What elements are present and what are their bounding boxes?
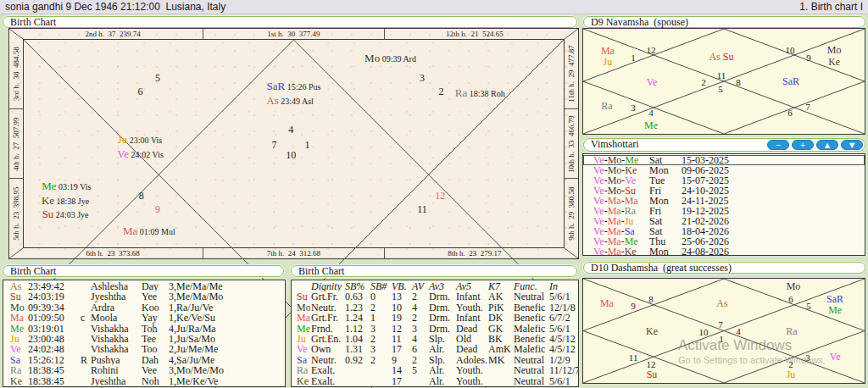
value-cell: Benefic xyxy=(513,334,548,344)
main-chart-panel[interactable]: 2nd h. 37 239.741st h. 30 377.4912th h. … xyxy=(8,28,579,259)
value-cell: Grt.Fr. xyxy=(310,313,344,323)
house-cusp-label-text: 11th h. 29 477.87 xyxy=(567,45,576,102)
syllable-cell: Yee xyxy=(141,291,168,302)
value-cell: Benefic xyxy=(513,302,548,313)
value-cell: Neutral xyxy=(513,291,548,302)
nakshatra-cell: Ardra xyxy=(90,302,141,313)
sign-number: 1 xyxy=(631,53,636,63)
planet-degree-nakshatra: 23:49 Asl xyxy=(279,97,314,106)
value-cell: 4/5/12 xyxy=(548,334,578,344)
frame-corner-line xyxy=(9,248,23,258)
sign-number: 8 xyxy=(736,77,741,87)
value-cell: Grt.Fr. xyxy=(310,291,344,302)
dasha-row[interactable]: Ve-Ma-KeMon24-08-2026 xyxy=(583,247,865,257)
column-header xyxy=(292,281,310,291)
frame-corner-line xyxy=(565,29,578,39)
d9-navamsha-chart[interactable]: 111212345678910MaJuAs SuMoKeVeSaRRaMe xyxy=(582,28,865,135)
dasha-lords: Ve-Ma-Ke xyxy=(593,247,649,257)
planet-cell: Mo xyxy=(3,302,27,313)
longitude-cell: 23:49:42 xyxy=(27,281,80,291)
planet-cell: Me xyxy=(292,324,310,334)
activate-windows-watermark: Activate Windows xyxy=(678,337,792,354)
house-cusp-label-text: 9th h. 29 380.58 xyxy=(567,187,576,241)
house-cusp-label: 5th h. 23 398.95 xyxy=(9,178,23,248)
value-cell: 2 xyxy=(411,355,428,365)
column-header: K7 xyxy=(487,281,513,291)
sign-number: 11 xyxy=(629,352,638,363)
planet-cell: Ma xyxy=(3,313,27,323)
planet-abbr: Ve xyxy=(117,147,129,160)
table-row: MaGrt.Fr.1.241192Drm.InfantDKBenefic6/7/… xyxy=(292,313,578,323)
planet-abbr: Su xyxy=(721,51,734,63)
value-cell: Malefic xyxy=(513,344,548,354)
planet-label: Ra xyxy=(786,323,797,338)
longitude-cell: 01:09:50 xyxy=(27,313,80,323)
table-row: Sa15:26:12RPushyaDah4,Sa/Ju/Me xyxy=(3,355,285,365)
motion-flag-cell xyxy=(80,291,90,302)
lords-cell: 1,Ra/Ju/Ve xyxy=(168,302,285,313)
sign-number: 8 xyxy=(139,189,144,202)
planet-label: Ve 24:02 Vis xyxy=(117,146,164,161)
title-bar: sonia gandhi 9 Dec 1946 21:12:00 Lusiana… xyxy=(0,0,868,14)
column-header: SB% xyxy=(344,281,370,291)
longitude-cell: 18:38:45 xyxy=(27,376,80,386)
planet-label: Me xyxy=(828,302,842,317)
vimshottari-toolbar: − + ▲ ▼ xyxy=(767,140,863,150)
sign-number: 4 xyxy=(736,326,741,336)
motion-flag-cell xyxy=(80,344,90,354)
value-cell: 1.12 xyxy=(344,324,370,334)
zoom-in-button[interactable]: + xyxy=(792,140,814,150)
syllable-cell: Tee xyxy=(141,334,168,344)
value-cell: Neutr. xyxy=(310,302,344,313)
value-cell: PiK xyxy=(487,302,513,313)
planet-label: Ve xyxy=(647,74,658,89)
motion-flag-cell: c xyxy=(80,313,90,323)
motion-flag-cell xyxy=(80,302,90,313)
value-cell xyxy=(344,376,370,386)
sign-number: 9 xyxy=(155,203,160,216)
table-row: As23:49:42AshleshaDay3,Me/Ma/Me xyxy=(3,281,285,291)
table-row: Ke18:38:45JyeshthaNoh1,Me/Ke/Ve xyxy=(3,376,285,386)
sign-number: 6 xyxy=(138,86,143,98)
sign-number: 9 xyxy=(806,53,811,63)
longitude-cell: 03:19:01 xyxy=(27,324,80,334)
details-table-panel: DignitySB%SB#VB.AVAv3Av5K7Func.InSuGrt.F… xyxy=(291,280,579,387)
column-header: Func. xyxy=(513,281,548,291)
planet-label: Ma xyxy=(600,295,614,310)
value-cell: Drm. xyxy=(428,324,455,334)
motion-flag-cell xyxy=(80,376,90,386)
sign-number: 5 xyxy=(155,71,160,84)
planet-cell: Ma xyxy=(292,313,310,323)
planet-abbr: Ke xyxy=(42,194,54,207)
value-cell: Drm. xyxy=(428,313,455,323)
planet-cell: Ra xyxy=(3,365,27,375)
syllable-cell: Too xyxy=(141,344,168,354)
planet-abbr: Su xyxy=(42,208,54,220)
value-cell: 6 xyxy=(411,344,428,354)
zoom-out-button[interactable]: − xyxy=(767,140,789,150)
sign-number: 8 xyxy=(648,294,654,304)
sign-number: 7 xyxy=(272,138,277,151)
value-cell xyxy=(370,376,391,386)
value-cell: 0 xyxy=(370,291,391,302)
value-cell: 2 xyxy=(370,302,391,313)
planet-degree-nakshatra: 24:02 Vis xyxy=(129,150,164,159)
view-title: 1. Birth chart I xyxy=(799,0,863,14)
planet-label: Ju 23:00 Vis xyxy=(118,131,162,147)
planet-cell: Ju xyxy=(3,334,27,344)
table-row: Ma01:09:50cMoolaYay1,Ke/Ve/Su xyxy=(3,313,285,323)
scroll-down-button[interactable]: ▼ xyxy=(841,140,863,150)
value-cell: Alr. xyxy=(428,365,455,375)
planet-label: Ju xyxy=(604,53,613,69)
value-cell: 2 xyxy=(411,291,428,302)
syllable-cell: Vee xyxy=(141,365,168,375)
motion-flag-cell xyxy=(80,334,90,344)
table-row: RaExalt.145Alr.Youth.Neutral11/12/7 xyxy=(292,365,578,375)
planet-cell: Su xyxy=(3,291,27,302)
scroll-up-button[interactable]: ▲ xyxy=(816,140,838,150)
motion-flag-cell: R xyxy=(80,355,90,365)
column-header: SB# xyxy=(370,281,391,291)
sign-number: 11 xyxy=(417,203,427,216)
house-cusp-strip-left: 3rd h. 38 484.584th h. 27 507.995th h. 2… xyxy=(9,39,23,248)
d10-dashamsha-chart[interactable]: 896571041111232MaAsMoSaRMeKeRaSuJuVe xyxy=(582,278,865,384)
